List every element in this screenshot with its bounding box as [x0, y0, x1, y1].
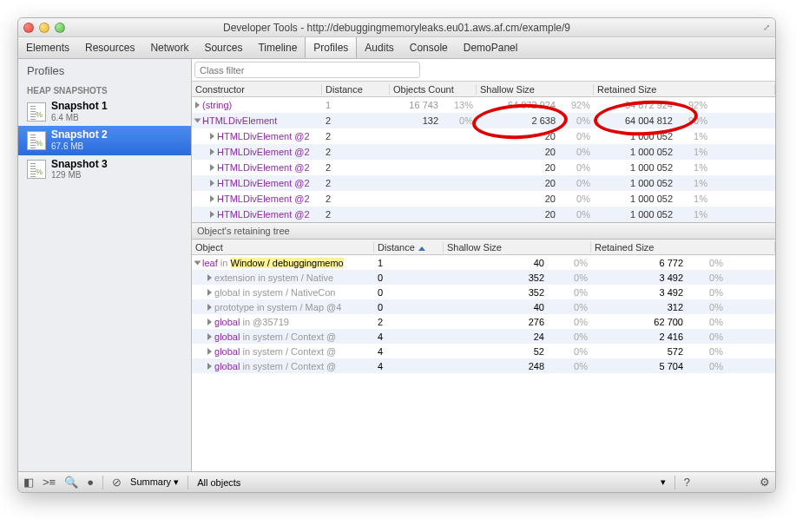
col-constructor[interactable]: Constructor [192, 84, 322, 95]
sort-asc-icon [418, 246, 425, 251]
disclosure-icon[interactable] [207, 289, 212, 296]
snapshot-size: 129 MB [51, 170, 108, 181]
col-distance2[interactable]: Distance [374, 242, 444, 253]
table-row[interactable]: global in system / Context @4520%5720% [192, 344, 775, 358]
expand-icon[interactable]: ⤢ [763, 23, 770, 32]
snapshot-icon [27, 131, 46, 150]
disclosure-icon[interactable] [207, 319, 212, 325]
disclosure-icon[interactable] [210, 148, 214, 155]
snapshot-label: Snapshot 2 [51, 129, 108, 141]
retaining-tree-header: Object's retaining tree [192, 222, 775, 240]
table-row[interactable]: global in @3571922760%62 7000% [192, 314, 775, 329]
disclosure-icon[interactable] [195, 102, 200, 108]
sidebar-section: HEAP SNAPSHOTS [18, 79, 191, 97]
table-row[interactable]: global in system / Context @4240%2 4160% [192, 329, 775, 344]
panel-tabs: ElementsResourcesNetworkSourcesTimelineP… [18, 37, 775, 59]
table-row[interactable]: HTMLDivElement @22200%1 000 0521% [192, 160, 775, 175]
sidebar: Profiles HEAP SNAPSHOTS Snapshot 16.4 MB… [18, 59, 192, 471]
retainers-table: leaf in Window / debuggingmemo1400%6 772… [192, 255, 775, 373]
snapshot-label: Snapshot 3 [51, 159, 108, 171]
disclosure-icon[interactable] [210, 211, 214, 218]
table-row[interactable]: extension in system / Native03520%3 4920… [192, 270, 775, 285]
col-shallow2[interactable]: Shallow Size [444, 242, 591, 253]
filter-bar [192, 59, 775, 82]
disclosure-icon[interactable] [207, 304, 212, 311]
disclosure-icon[interactable] [210, 164, 214, 171]
snapshot-label: Snapshot 1 [51, 101, 108, 113]
snapshot-icon [27, 102, 46, 122]
view-select[interactable]: Summary ▾ [130, 476, 179, 488]
table-row[interactable]: HTMLDivElement @22200%1 000 0521% [192, 128, 775, 144]
sidebar-title: Profiles [18, 59, 191, 79]
retainers-header: Object Distance Shallow Size Retained Si… [192, 240, 775, 255]
table-row[interactable]: leaf in Window / debuggingmemo1400%6 772… [192, 255, 775, 270]
console-icon[interactable]: >≡ [43, 476, 56, 489]
tab-network[interactable]: Network [142, 37, 196, 58]
table-row[interactable]: prototype in system / Map @40400%3120% [192, 299, 775, 314]
record-icon[interactable]: ● [87, 476, 94, 489]
disclosure-icon[interactable] [207, 363, 212, 370]
tab-elements[interactable]: Elements [18, 37, 77, 58]
table-row[interactable]: global in system / Context @42480%5 7040… [192, 358, 775, 373]
help-icon[interactable]: ? [684, 476, 690, 489]
disclosure-icon[interactable] [194, 260, 201, 265]
table-row[interactable]: HTMLDivElement @22200%1 000 0521% [192, 175, 775, 191]
table-row[interactable]: global in system / NativeCon03520%3 4920… [192, 285, 775, 299]
disclosure-icon[interactable] [207, 274, 212, 281]
tab-resources[interactable]: Resources [77, 37, 142, 58]
table-row[interactable]: HTMLDivElement21320%2 6380%64 004 81290% [192, 113, 775, 128]
table-row[interactable]: (string)116 74313%64 872 92492%64 872 92… [192, 97, 775, 113]
window-title: Developer Tools - http://debuggingmemory… [18, 22, 775, 34]
snapshot-item[interactable]: Snapshot 267.6 MB [18, 126, 191, 154]
tab-audits[interactable]: Audits [357, 37, 401, 58]
devtools-window: Developer Tools - http://debuggingmemory… [17, 17, 776, 493]
tab-timeline[interactable]: Timeline [250, 37, 305, 58]
scope-select[interactable]: All objects [197, 477, 240, 488]
disclosure-icon[interactable] [210, 195, 214, 202]
tab-sources[interactable]: Sources [196, 37, 250, 58]
col-distance[interactable]: Distance [322, 84, 390, 95]
settings-icon[interactable]: ⚙ [760, 476, 770, 489]
disclosure-icon[interactable] [210, 133, 214, 140]
table-row[interactable]: HTMLDivElement @22200%1 000 0521% [192, 191, 775, 207]
disclosure-icon[interactable] [207, 333, 212, 340]
col-retained2[interactable]: Retained Size [591, 242, 775, 253]
disclosure-icon[interactable] [210, 180, 214, 187]
statusbar: ◧ >≡ 🔍 ● ⊘ Summary ▾ All objects ▾ ? ⚙ [18, 471, 775, 492]
col-retained-size[interactable]: Retained Size [594, 84, 775, 95]
titlebar: Developer Tools - http://debuggingmemory… [18, 18, 775, 37]
snapshot-icon [27, 160, 46, 179]
col-objects-count[interactable]: Objects Count [390, 84, 477, 95]
class-filter-input[interactable] [194, 62, 420, 78]
tab-demopanel[interactable]: DemoPanel [456, 37, 526, 58]
snapshot-item[interactable]: Snapshot 3129 MB [18, 155, 191, 184]
search-icon[interactable]: 🔍 [64, 476, 78, 489]
col-object[interactable]: Object [192, 242, 374, 253]
tab-profiles[interactable]: Profiles [305, 37, 357, 58]
snapshot-size: 67.6 MB [51, 141, 108, 152]
constructors-table: (string)116 74313%64 872 92492%64 872 92… [192, 97, 775, 222]
dock-icon[interactable]: ◧ [23, 476, 34, 489]
col-shallow-size[interactable]: Shallow Size [477, 84, 594, 95]
disclosure-icon[interactable] [194, 118, 201, 122]
table-row[interactable]: HTMLDivElement @22200%1 000 0521% [192, 144, 775, 160]
disclosure-icon[interactable] [207, 348, 212, 355]
snapshot-size: 6.4 MB [51, 113, 108, 123]
clear-icon[interactable]: ⊘ [112, 476, 122, 489]
main-panel: Constructor Distance Objects Count Shall… [192, 59, 775, 471]
table-row[interactable]: HTMLDivElement @22200%1 000 0521% [192, 207, 775, 222]
constructors-header: Constructor Distance Objects Count Shall… [192, 82, 775, 97]
snapshot-item[interactable]: Snapshot 16.4 MB [18, 97, 191, 126]
tab-console[interactable]: Console [402, 37, 456, 58]
